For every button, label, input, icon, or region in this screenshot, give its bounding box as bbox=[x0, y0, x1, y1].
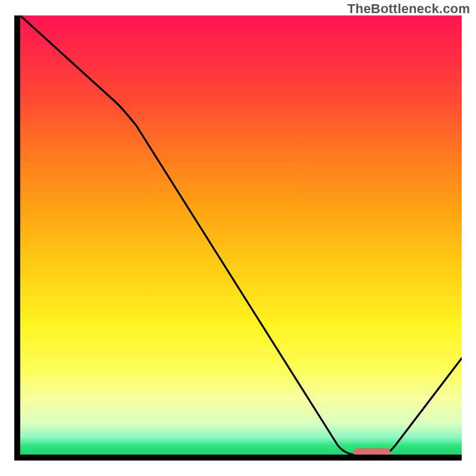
watermark-text: TheBottleneck.com bbox=[347, 1, 470, 17]
plot-area bbox=[20, 15, 462, 455]
curve-layer bbox=[20, 15, 462, 455]
y-axis bbox=[14, 15, 20, 461]
bottleneck-curve bbox=[20, 15, 462, 455]
x-axis bbox=[14, 455, 462, 461]
optimal-range-marker bbox=[353, 448, 390, 455]
chart-stage: TheBottleneck.com bbox=[0, 0, 476, 476]
